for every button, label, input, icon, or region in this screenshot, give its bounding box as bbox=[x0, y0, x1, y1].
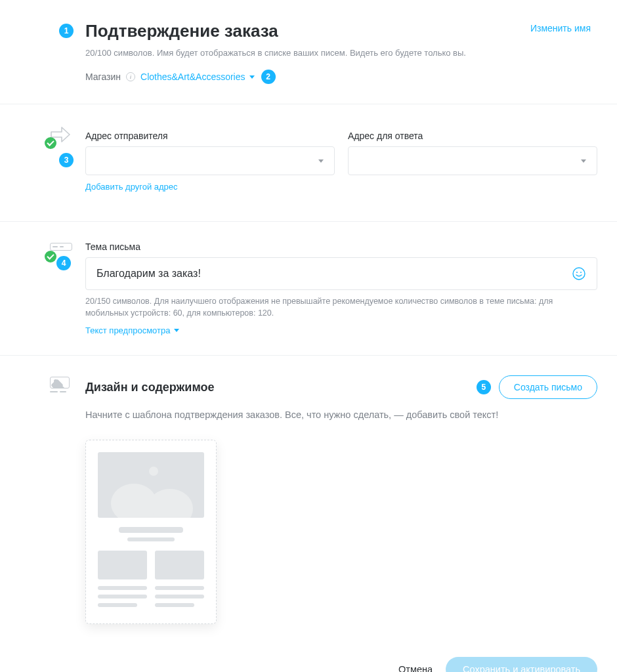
subject-input[interactable] bbox=[96, 268, 565, 280]
page-title: Подтверждение заказа bbox=[85, 21, 597, 41]
sender-address-select[interactable] bbox=[85, 146, 335, 175]
design-icon bbox=[50, 377, 72, 394]
placeholder-line bbox=[98, 595, 147, 598]
section-icon-placeholder bbox=[20, 21, 72, 84]
chevron-down-icon bbox=[174, 329, 179, 332]
info-icon[interactable]: i bbox=[126, 72, 135, 81]
placeholder-bar bbox=[119, 527, 182, 533]
reply-address-select[interactable] bbox=[348, 146, 597, 175]
step-badge-5: 5 bbox=[477, 380, 491, 394]
chevron-down-icon bbox=[249, 75, 255, 79]
chevron-down-icon bbox=[318, 159, 324, 163]
placeholder-line bbox=[155, 603, 194, 607]
template-card[interactable] bbox=[85, 440, 217, 624]
svg-point-1 bbox=[576, 272, 578, 273]
save-activate-button[interactable]: Сохранить и активировать bbox=[446, 657, 597, 672]
store-selected-value: Clothes&Art&Accessories bbox=[140, 72, 245, 82]
svg-point-2 bbox=[580, 272, 582, 273]
placeholder-bar bbox=[127, 537, 175, 541]
template-image-placeholder bbox=[98, 452, 204, 518]
placeholder-line bbox=[155, 595, 204, 598]
placeholder-block bbox=[98, 551, 147, 579]
title-helper: 20/100 символов. Имя будет отображаться … bbox=[85, 48, 597, 58]
cancel-button[interactable]: Отмена bbox=[398, 664, 433, 672]
emoji-icon[interactable] bbox=[572, 266, 586, 281]
subject-helper: 20/150 символов. Для наилучшего отображе… bbox=[85, 295, 597, 319]
subject-icon bbox=[50, 243, 72, 253]
check-icon bbox=[45, 137, 56, 149]
step-badge-2: 2 bbox=[261, 70, 276, 84]
design-title: Дизайн и содержимое bbox=[85, 381, 215, 394]
send-arrow-icon bbox=[50, 125, 72, 144]
chevron-down-icon bbox=[581, 159, 586, 163]
subject-label: Тема письма bbox=[85, 242, 597, 252]
sender-address-label: Адрес отправителя bbox=[85, 131, 335, 141]
store-label: Магазин bbox=[85, 72, 121, 82]
placeholder-line bbox=[98, 586, 147, 590]
svg-point-0 bbox=[573, 268, 585, 280]
create-letter-button[interactable]: Создать письмо bbox=[499, 375, 597, 399]
check-icon bbox=[45, 251, 56, 262]
add-another-address-link[interactable]: Добавить другой адрес bbox=[85, 182, 335, 192]
title-helper-rest: Имя будет отображаться в списке ваших пи… bbox=[157, 48, 466, 58]
preview-text-link[interactable]: Текст предпросмотра bbox=[85, 326, 179, 335]
placeholder-block bbox=[155, 551, 204, 579]
placeholder-line bbox=[98, 603, 137, 607]
store-dropdown[interactable]: Clothes&Art&Accessories bbox=[140, 72, 255, 82]
change-name-link[interactable]: Изменить имя bbox=[530, 23, 591, 33]
char-counter: 20/100 символов. bbox=[85, 48, 154, 58]
reply-address-label: Адрес для ответа bbox=[348, 131, 597, 141]
design-subtitle: Начните с шаблона подтверждения заказов.… bbox=[85, 410, 597, 420]
placeholder-line bbox=[155, 586, 204, 590]
preview-text-link-label: Текст предпросмотра bbox=[85, 326, 170, 335]
